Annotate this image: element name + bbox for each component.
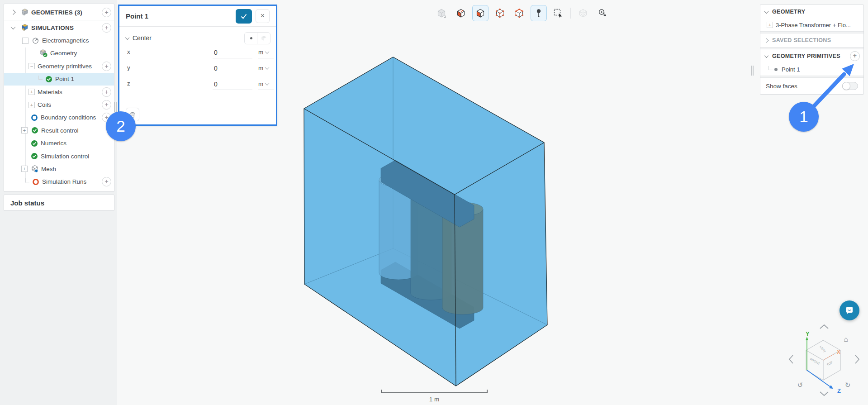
x-value-input[interactable] [213,47,252,58]
geometry-primitives-header[interactable]: GEOMETRY PRIMITIVES [760,49,863,63]
tree-item-geometries[interactable]: GEOMETRIES (3) [4,5,114,19]
confirm-button[interactable] [236,9,252,24]
add-primitive-icon[interactable] [850,51,860,61]
center-section-header[interactable]: Center [119,31,276,45]
chevron-down-icon [265,81,270,86]
tree-item-mesh[interactable]: + Mesh [4,162,114,175]
tree-item-label: Result control [41,127,79,134]
add-material-icon[interactable] [102,87,111,97]
x-unit-select[interactable]: m [258,47,274,58]
pick-mode-group [244,32,270,44]
y-unit-select[interactable]: m [258,62,274,74]
geometry-check-icon [39,49,48,57]
collapse-icon[interactable]: − [28,63,35,69]
nav-cube-widget[interactable]: LEFT FRONT TOP Y Z X ⌂ ↺ ↻ [789,325,859,395]
chevron-down-icon[interactable] [10,24,15,29]
z-value-input[interactable] [213,78,252,90]
expand-icon[interactable]: + [21,127,28,133]
tree-item-point-1[interactable]: Point 1 [4,73,114,86]
tree-item-simulation-control[interactable]: Simulation control [4,150,114,162]
expand-icon[interactable]: + [28,102,35,108]
tree-item-geometry-primitives[interactable]: − Geometry primitives [4,60,114,72]
expand-icon[interactable]: + [28,89,35,95]
volume-select-icon[interactable] [433,5,450,21]
geometry-pick-button[interactable] [257,33,270,44]
check-success-icon [30,152,38,161]
point-properties-dialog: Point 1 × Center x m y m z m [118,5,277,126]
mesh-view-icon[interactable] [575,5,591,21]
tree-item-label: Mesh [41,166,56,172]
nav-left-icon[interactable] [789,355,793,363]
simulations-stack-icon [20,24,29,32]
edge-select-icon[interactable] [511,5,527,21]
box-select-icon[interactable] [550,5,566,21]
point-pick-button[interactable] [245,33,257,44]
panel-resize-handle[interactable] [751,66,754,76]
primitive-item-point-1[interactable]: Point 1 [760,63,863,76]
tree-item-boundary-conditions[interactable]: Boundary conditions [4,111,114,124]
tree-item-materials[interactable]: + Materials [4,86,114,98]
tree-item-simulation-runs[interactable]: Simulation Runs [4,176,114,188]
face-select-textured-icon[interactable] [453,5,469,21]
nav-up-icon[interactable] [820,325,828,329]
chevron-down-icon[interactable] [764,53,769,58]
home-view-icon[interactable]: ⌂ [844,335,848,343]
expand-icon[interactable]: + [767,22,773,28]
unit-label: m [258,81,263,87]
show-faces-row: Show faces [760,78,863,94]
chevron-down-icon[interactable] [125,35,130,40]
flow-region-box[interactable] [304,57,547,386]
tree-item-label: Electromagnetics [42,37,89,44]
chevron-down-icon[interactable] [764,9,769,14]
close-button[interactable]: × [256,9,270,23]
add-primitive-icon[interactable] [102,62,111,71]
panel-resize-handle[interactable] [114,102,117,112]
job-status-label: Job status [10,199,44,207]
simulation-tree-panel: GEOMETRIES (3) SIMULATIONS − Electromagn… [4,4,114,192]
nav-down-icon[interactable] [820,392,828,395]
dialog-title: Point 1 [126,12,148,20]
add-simulation-run-icon[interactable] [102,177,111,186]
job-status-panel[interactable]: Job status [4,195,114,211]
tree-item-result-control[interactable]: + Result control [4,124,114,137]
chevron-right-icon[interactable] [764,38,769,43]
add-geometry-icon[interactable] [102,8,111,17]
tree-item-label: Boundary conditions [41,114,96,121]
geometry-item-transformer[interactable]: + 3-Phase Transformer + Flo... [760,19,863,31]
check-success-icon [44,75,53,83]
cube-face-top-label: LEFT [819,345,826,354]
point-pick-icon[interactable] [531,5,547,21]
tree-item-electromagnetics[interactable]: − Electromagnetics [4,34,114,47]
toggle-knob [842,82,850,90]
measure-icon[interactable] [594,5,611,21]
expand-icon[interactable]: + [21,166,28,172]
nav-right-icon[interactable] [855,355,859,363]
scale-label: 1 m [429,396,440,403]
field-row-x: x m [119,45,276,61]
saved-selections-header[interactable]: SAVED SELECTIONS [760,33,863,47]
viewport-toolbar [428,4,611,23]
rotate-cw-icon[interactable]: ↻ [845,381,851,389]
vertex-select-icon[interactable] [492,5,508,21]
tree-item-numerics[interactable]: Numerics [4,137,114,150]
tree-item-coils[interactable]: + Coils [4,98,114,111]
tree-item-geometry[interactable]: Geometry [4,47,114,60]
tree-elbow [25,178,29,182]
electromagnetics-gauge-icon [31,36,40,45]
show-faces-toggle[interactable] [842,82,858,90]
add-coil-icon[interactable] [102,100,111,110]
z-unit-select[interactable]: m [258,78,274,90]
y-value-input[interactable] [213,62,252,74]
geometry-section-header[interactable]: GEOMETRY [760,5,863,19]
collapse-icon[interactable]: − [22,38,28,44]
tree-item-label: Coils [38,101,51,108]
chevron-right-icon[interactable] [10,10,15,14]
tree-item-simulations[interactable]: SIMULATIONS [4,21,114,34]
section-label: Center [133,34,152,42]
badge-number: 2 [116,117,125,135]
rotate-ccw-icon[interactable]: ↺ [797,381,803,389]
mesh-icon [30,165,39,173]
face-select-icon[interactable] [472,5,489,21]
chat-support-button[interactable] [840,300,859,320]
add-simulation-icon[interactable] [102,23,111,33]
